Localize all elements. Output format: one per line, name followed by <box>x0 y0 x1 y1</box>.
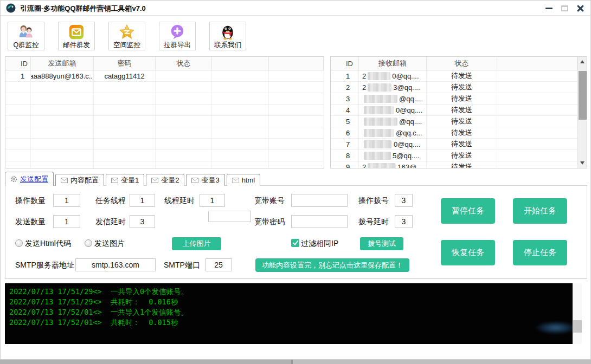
tab-content-config[interactable]: 内容配置 <box>55 174 104 186</box>
thread-delay-input[interactable] <box>200 194 225 207</box>
cell-id: 1 <box>331 70 359 81</box>
col-header-status[interactable]: 状态 <box>427 57 497 70</box>
col-header-send-email[interactable]: 发送邮箱 <box>31 57 94 70</box>
blurred-email-patch <box>368 83 391 92</box>
col-header-empty <box>212 57 269 70</box>
blurred-email-patch <box>364 129 394 137</box>
receiver-table: ID 接收邮箱 状态 1 20@qq.... 待发送 2 23@qq.... 待… <box>330 56 587 168</box>
extra-input[interactable] <box>208 211 251 222</box>
table-row[interactable]: 4 0@qq.... 待发送 <box>331 105 577 116</box>
log-scrollbar-track[interactable] <box>573 283 582 344</box>
smtp-port-input[interactable] <box>205 258 232 271</box>
cell-receive-email: 23@qq.... <box>359 82 427 93</box>
table-row[interactable]: 1 aaa888yun@163.c... catagg11412 <box>5 70 324 82</box>
upload-image-button[interactable]: 上传图片 <box>172 237 221 250</box>
col-header-receive-email[interactable]: 接收邮箱 <box>359 57 427 70</box>
scroll-down-icon[interactable] <box>580 161 584 165</box>
cell-id: 7 <box>331 139 359 150</box>
toolbar-button-group-export[interactable]: 拉群导出 <box>159 22 196 50</box>
toolbar-button-qzone-monitor[interactable]: 空间监控 <box>108 22 145 50</box>
task-threads-input[interactable] <box>130 194 155 207</box>
scroll-up-icon[interactable] <box>580 60 584 63</box>
op-count-input[interactable] <box>53 194 80 207</box>
envelope-icon <box>151 178 158 183</box>
tab-html[interactable]: html <box>227 174 261 186</box>
table-row[interactable]: 1 20@qq.... 待发送 <box>331 70 577 82</box>
table-row[interactable]: 2 23@qq.... 待发送 <box>331 82 577 93</box>
receiver-table-scrollbar[interactable] <box>577 57 587 168</box>
broadband-password-input[interactable] <box>291 215 348 228</box>
table-row[interactable]: 8 5@qq.... 待发送 <box>331 150 577 161</box>
cell-id: 4 <box>331 105 359 115</box>
cell-status: 待发送 <box>427 139 497 150</box>
toolbar-button-qq-group-monitor[interactable]: Q群监控 <box>8 22 44 50</box>
dial-test-button[interactable]: 拨号测试 <box>360 237 403 250</box>
dial-delay-label: 拨号延时 <box>358 217 389 227</box>
toolbar-label: 邮件群发 <box>63 41 90 50</box>
table-row[interactable]: 5 @qq.... 待发送 <box>331 116 577 127</box>
tab-variable1[interactable]: 变量1 <box>106 174 144 186</box>
toolbar-button-contact-us[interactable]: 联系我们 <box>209 22 246 50</box>
table-row[interactable]: 3 @qq.... 待发送 <box>331 93 577 105</box>
op-dial-input[interactable] <box>395 194 413 207</box>
scrollbar-thumb[interactable] <box>579 71 587 120</box>
smtp-server-input[interactable] <box>75 258 156 271</box>
table-row[interactable]: 9 2163@ 待发送 <box>331 161 577 168</box>
cell-status: 待发送 <box>427 127 497 138</box>
cell-id: 6 <box>331 127 359 138</box>
cell-receive-email: 0@qq.... <box>359 139 427 150</box>
filter-same-ip-label[interactable]: 过滤相同IP <box>301 239 338 249</box>
table-row[interactable]: 7 0@qq.... 待发送 <box>331 139 577 150</box>
col-header-empty <box>269 57 324 70</box>
send-html-radio-label[interactable]: 发送Html代码 <box>25 239 71 249</box>
cell-id: 8 <box>331 150 359 161</box>
col-header-empty <box>497 57 577 70</box>
blurred-email-patch <box>364 152 391 160</box>
col-header-id[interactable]: ID <box>331 57 359 70</box>
dial-delay-input[interactable] <box>395 215 413 228</box>
toolbar-button-email-bulk-send[interactable]: 邮件群发 <box>58 22 95 50</box>
taskbar-segment <box>0 360 291 364</box>
send-count-input[interactable] <box>53 215 80 228</box>
op-count-label: 操作数量 <box>15 196 46 206</box>
tab-send-config[interactable]: 发送配置 <box>5 172 54 186</box>
col-header-status[interactable]: 状态 <box>156 57 212 70</box>
envelope-icon <box>191 178 198 183</box>
save-config-notice-button[interactable]: 功能内容设置完，别忘记点击这里保存配置！ <box>255 258 409 272</box>
log-scrollbar-thumb[interactable] <box>573 320 582 333</box>
col-header-password[interactable]: 密码 <box>94 57 156 70</box>
blurred-email-patch <box>368 72 390 80</box>
blurred-email-patch <box>364 106 394 114</box>
cell-empty <box>497 116 577 127</box>
tab-variable2[interactable]: 变量2 <box>146 174 184 186</box>
resume-task-button[interactable]: 恢复任务 <box>441 240 495 265</box>
close-icon <box>577 5 584 12</box>
cell-empty <box>497 105 577 115</box>
minimize-button[interactable] <box>543 3 555 14</box>
send-image-radio[interactable] <box>85 239 92 247</box>
send-delay-input[interactable] <box>130 215 155 228</box>
cell-empty <box>497 82 577 93</box>
broadband-account-input[interactable] <box>291 194 348 207</box>
maximize-button[interactable] <box>558 3 570 14</box>
log-console[interactable]: 2022/07/13 17/51/29<> 一共导入0个发信账号。 2022/0… <box>5 283 573 344</box>
stop-task-button[interactable]: 停止任务 <box>513 240 567 265</box>
cell-status: 待发送 <box>427 105 497 115</box>
col-header-id[interactable]: ID <box>5 57 31 70</box>
cell-empty <box>269 70 324 81</box>
log-line: 2022/07/13 17/51/29<> 一共导入0个发信账号。 <box>9 287 573 297</box>
start-task-button[interactable]: 开始任务 <box>513 198 567 224</box>
tab-variable3[interactable]: 变量3 <box>186 174 224 186</box>
table-row[interactable]: 6 @qq.c... 待发送 <box>331 127 577 139</box>
sender-table: ID 发送邮箱 密码 状态 1 aaa888yun@163.c... catag… <box>5 56 324 168</box>
cell-send-email: aaa888yun@163.c... <box>31 70 94 81</box>
send-image-radio-label[interactable]: 发送图片 <box>94 239 125 249</box>
pause-task-button[interactable]: 暂停任务 <box>441 198 495 224</box>
filter-same-ip-checkbox[interactable] <box>291 239 299 247</box>
blurred-email-patch <box>364 118 397 126</box>
toolbar-label: 联系我们 <box>214 41 241 50</box>
close-button[interactable] <box>574 3 586 14</box>
op-dial-label: 操作拨号 <box>358 196 389 206</box>
cell-receive-email: 0@qq.... <box>359 105 427 115</box>
send-html-radio[interactable] <box>15 239 23 247</box>
